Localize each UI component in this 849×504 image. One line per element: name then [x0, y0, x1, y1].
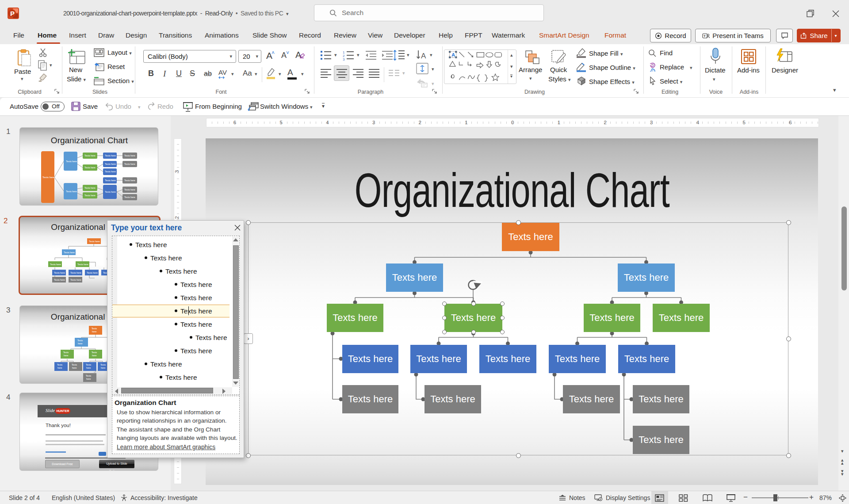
svg-text:Texts here: Texts here [105, 154, 116, 157]
svg-text:Texts here: Texts here [77, 263, 88, 266]
svg-text:Texts: Texts [77, 339, 83, 342]
svg-text:Texts here: Texts here [89, 240, 100, 243]
svg-text:Texts here: Texts here [66, 160, 77, 163]
svg-text:Texts here: Texts here [64, 251, 75, 254]
svg-text:A: A [421, 52, 426, 60]
svg-text:Texts here: Texts here [70, 271, 81, 274]
svg-text:Texts here: Texts here [105, 179, 116, 182]
svg-text:Texts here: Texts here [105, 170, 116, 173]
svg-text:Texts: Texts [86, 363, 92, 366]
svg-text:here: here [57, 367, 62, 369]
svg-text:Texts here: Texts here [50, 263, 61, 266]
svg-text:Texts here: Texts here [66, 190, 77, 193]
svg-text:Texts here: Texts here [124, 179, 135, 182]
svg-text:P: P [10, 10, 15, 17]
svg-text:Texts here: Texts here [124, 163, 135, 165]
svg-text:Texts: Texts [100, 363, 106, 366]
svg-text:T: T [704, 34, 706, 38]
svg-text:here: here [86, 378, 91, 380]
svg-text:here: here [64, 354, 68, 357]
svg-text:here: here [92, 354, 96, 357]
svg-text:A: A [451, 52, 455, 57]
svg-text:Texts: Texts [57, 363, 63, 366]
svg-text:here: here [92, 330, 96, 333]
svg-text:here: here [78, 342, 82, 345]
svg-text:Texts here: Texts here [124, 196, 135, 199]
svg-text:Texts here: Texts here [84, 194, 96, 197]
svg-text:Texts here: Texts here [54, 279, 65, 281]
svg-text:Texts here: Texts here [84, 187, 96, 189]
svg-text:Texts here: Texts here [84, 154, 96, 157]
svg-text:3: 3 [343, 57, 345, 61]
svg-text:Texts: Texts [86, 374, 92, 377]
svg-text:Texts here: Texts here [124, 154, 135, 157]
svg-text:Texts here: Texts here [105, 191, 116, 193]
svg-text:here: here [72, 367, 76, 369]
svg-text:Texts here: Texts here [54, 271, 65, 274]
svg-text:Texts: Texts [92, 351, 97, 354]
svg-text:Texts: Texts [92, 327, 97, 330]
svg-text:Texts here: Texts here [70, 279, 81, 281]
svg-text:Texts here: Texts here [84, 166, 96, 169]
svg-text:here: here [86, 367, 91, 369]
svg-text:Texts here: Texts here [124, 188, 135, 191]
svg-text:Texts: Texts [72, 363, 77, 366]
svg-text:Texts: Texts [63, 351, 69, 354]
svg-text:here: here [101, 367, 105, 369]
svg-text:Texts here: Texts here [105, 163, 116, 165]
svg-text:Texts here: Texts here [87, 271, 98, 274]
svg-text:Texts here: Texts here [42, 176, 55, 179]
